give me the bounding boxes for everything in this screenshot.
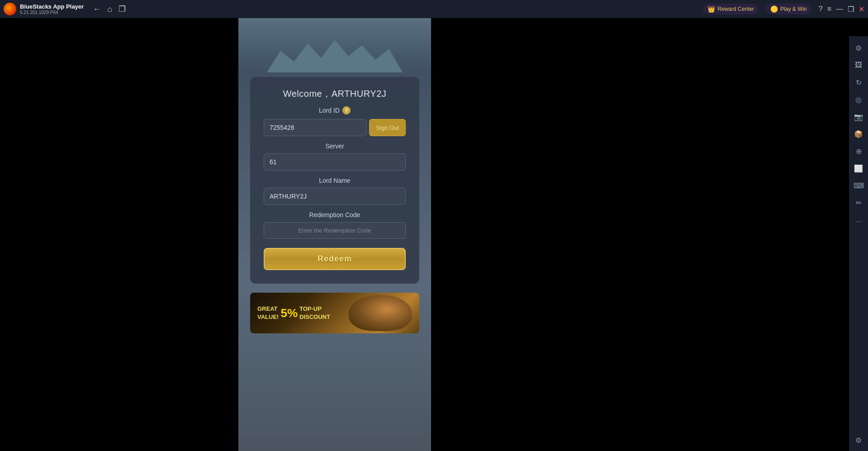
great-value-text: GREATVALUE! <box>257 305 279 320</box>
lord-id-text: Lord ID <box>319 107 340 114</box>
reward-center-button[interactable]: 👑 Reward Center <box>703 4 759 14</box>
minimize-button[interactable]: — <box>836 5 843 13</box>
server-label: Server <box>264 142 406 150</box>
top-decoration <box>238 18 431 72</box>
sidebar-config-icon[interactable]: ⚙ <box>851 433 866 447</box>
lord-id-label: Lord ID ? <box>264 106 406 114</box>
sidebar-zoom-icon[interactable]: ⊕ <box>851 144 866 158</box>
left-panel <box>0 18 238 451</box>
app-version: 5.21.201.1029 P64 <box>20 10 84 15</box>
maximize-button[interactable]: ❐ <box>848 5 854 14</box>
back-nav-button[interactable]: ← <box>93 5 101 13</box>
sidebar-keyboard-icon[interactable]: ⌨ <box>851 178 866 193</box>
form-container: Welcome，ARTHURY2J Lord ID ? Sign Out Ser… <box>250 77 419 284</box>
lord-name-input <box>264 188 406 205</box>
lord-id-input <box>264 119 366 136</box>
play-win-button[interactable]: 🟡 Play & Win <box>766 4 811 14</box>
home-nav-button[interactable]: ⌂ <box>107 5 112 13</box>
sidebar-screenshot-icon[interactable]: ⬜ <box>851 161 866 176</box>
redemption-code-input[interactable] <box>264 222 406 239</box>
redeem-button[interactable]: Redeem <box>264 248 406 270</box>
play-win-label: Play & Win <box>780 6 807 12</box>
sidebar-settings-icon[interactable]: ⚙ <box>851 41 866 55</box>
banner-text: GREATVALUE! <box>257 305 279 321</box>
sidebar-location-icon[interactable]: ◎ <box>851 92 866 107</box>
main-area: Welcome，ARTHURY2J Lord ID ? Sign Out Ser… <box>0 18 868 451</box>
sidebar-photo-icon[interactable]: 🖼 <box>851 58 866 72</box>
sidebar-rotate-icon[interactable]: ↻ <box>851 75 866 90</box>
sidebar-apk-icon[interactable]: 📦 <box>851 127 866 141</box>
app-name: BlueStacks App Player <box>20 3 84 10</box>
sidebar-script-icon[interactable]: ✏ <box>851 195 866 210</box>
sidebar-camera-icon[interactable]: 📷 <box>851 109 866 124</box>
reward-center-label: Reward Center <box>717 6 754 12</box>
right-panel <box>431 18 868 451</box>
nav-buttons: ← ⌂ ❐ <box>93 5 126 13</box>
discount-banner[interactable]: GREATVALUE! 5% TOP-UPDISCOUNT <box>250 293 419 333</box>
sign-out-button[interactable]: Sign Out <box>369 119 406 136</box>
lord-name-label: Lord Name <box>264 177 406 184</box>
lord-id-row: Sign Out <box>264 119 406 136</box>
menu-button[interactable]: ≡ <box>827 5 831 13</box>
titlebar-right: 👑 Reward Center 🟡 Play & Win ? ≡ — ❐ ✕ <box>703 4 864 14</box>
welcome-text: Welcome，ARTHURY2J <box>264 88 406 100</box>
server-input <box>264 153 406 171</box>
bluestacks-logo <box>4 3 16 15</box>
discount-percent: 5% <box>280 306 298 320</box>
lord-id-help-icon[interactable]: ? <box>342 106 351 114</box>
silhouette-bg <box>238 18 431 72</box>
game-panel: Welcome，ARTHURY2J Lord ID ? Sign Out Ser… <box>238 18 431 451</box>
coin-icon: 🟡 <box>770 5 778 13</box>
top-up-text: TOP-UPDISCOUNT <box>299 305 330 321</box>
sidebar-more-icon[interactable]: … <box>851 213 866 227</box>
multi-nav-button[interactable]: ❐ <box>119 5 126 13</box>
lion-image <box>349 295 412 331</box>
help-button[interactable]: ? <box>819 5 823 13</box>
redemption-code-label: Redemption Code <box>264 211 406 218</box>
window-controls: ? ≡ — ❐ ✕ <box>819 5 864 14</box>
crown-icon: 👑 <box>707 5 715 13</box>
close-button[interactable]: ✕ <box>859 5 864 14</box>
right-sidebar: ⚙ 🖼 ↻ ◎ 📷 📦 ⊕ ⬜ ⌨ ✏ … ⚙ ← <box>849 36 868 451</box>
titlebar: BlueStacks App Player 5.21.201.1029 P64 … <box>0 0 868 18</box>
